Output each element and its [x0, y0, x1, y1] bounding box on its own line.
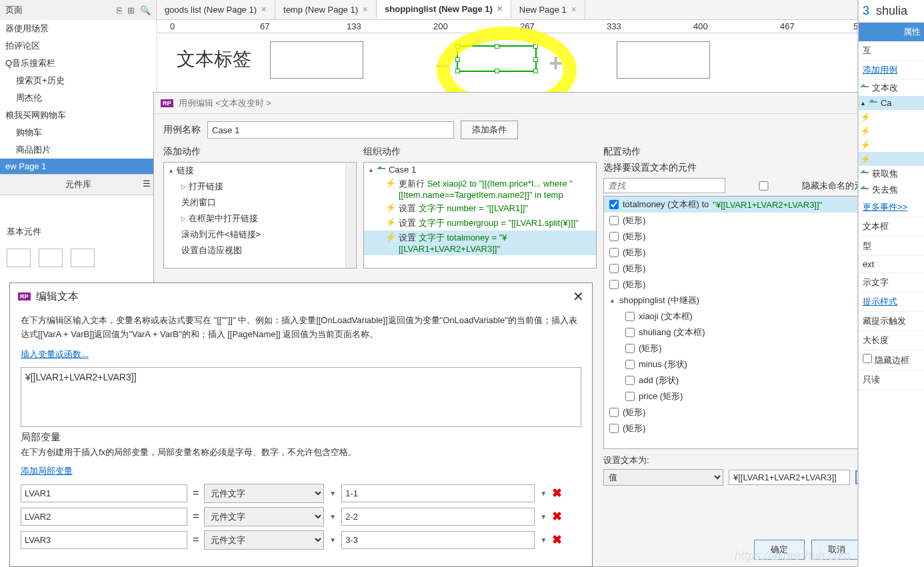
hide-border-checkbox[interactable]: [863, 354, 872, 363]
action-scroll[interactable]: 滚动到元件<锚链接>: [164, 227, 356, 243]
add-condition-button[interactable]: 添加条件: [461, 121, 518, 139]
case-action-selected[interactable]: ⚡设置 文字于 totalmoney = "¥[[LVAR1+LVAR2+LVA…: [364, 231, 596, 255]
text-label-widget[interactable]: 文本标签: [177, 47, 251, 72]
tree-item[interactable]: Q音乐搜索栏: [0, 55, 156, 72]
delete-icon[interactable]: ✖: [552, 532, 562, 547]
textbox-widget[interactable]: [270, 41, 363, 79]
widget-list[interactable]: totalmoney (文本框) to "¥[[LVAR1+LVAR2+LVAR…: [603, 196, 871, 449]
type-value[interactable]: ext: [859, 256, 924, 273]
case-name-input[interactable]: [207, 121, 454, 139]
widget-row[interactable]: (矩形): [604, 420, 871, 436]
widget-row[interactable]: (矩形): [604, 213, 871, 229]
close-icon[interactable]: ✕: [497, 5, 503, 13]
set-text-type-select[interactable]: 值: [603, 469, 723, 486]
widget-checkbox[interactable]: [609, 216, 619, 225]
close-icon[interactable]: ✕: [573, 288, 584, 304]
actions-tree[interactable]: ▲链接 ▷打开链接 关闭窗口 ▷在框架中打开链接 滚动到元件<锚链接> 设置自适…: [163, 162, 357, 269]
case-action[interactable]: ⚡更新行 Set xiaoji2 to "[[(Item.price*I... …: [364, 177, 596, 201]
tree-item[interactable]: 商品图片: [0, 141, 156, 159]
action-item-selected[interactable]: ⚡: [859, 152, 924, 166]
canvas[interactable]: 0 67 133 200 267 333 400 467 5 文本标签 − +: [157, 20, 857, 93]
expression-textarea[interactable]: ¥[[LVAR1+LVAR2+LVAR3]]: [21, 367, 581, 427]
tree-item[interactable]: 购物车: [0, 124, 156, 141]
action-item[interactable]: ⚡: [859, 138, 924, 152]
widget-checkbox[interactable]: [625, 328, 635, 337]
add-case-link[interactable]: 添加用例: [863, 65, 897, 75]
action-open-in-frame[interactable]: ▷在框架中打开链接: [164, 211, 356, 227]
tab-new-page[interactable]: New Page 1✕: [511, 0, 585, 19]
var-type-select[interactable]: 元件文字: [204, 507, 324, 526]
widget-checkbox[interactable]: [625, 376, 635, 385]
var-target-input[interactable]: [341, 531, 535, 549]
canvas-area[interactable]: 文本标签 − +: [157, 33, 857, 93]
textbox-widget[interactable]: [617, 41, 710, 79]
selected-widget[interactable]: [457, 45, 537, 72]
widget-row[interactable]: (矩形): [604, 404, 871, 420]
widget-checkbox[interactable]: [609, 200, 619, 209]
close-icon[interactable]: ✕: [362, 5, 368, 14]
tree-item[interactable]: 周杰伦: [0, 89, 156, 107]
widget-row[interactable]: add (形状): [604, 372, 871, 388]
more-events-link[interactable]: 更多事件>>: [863, 202, 907, 212]
var-target-input[interactable]: [341, 508, 535, 526]
event-lose-focus[interactable]: 失去焦: [859, 182, 924, 198]
case-item[interactable]: ▲Ca: [859, 96, 924, 110]
widget-row[interactable]: (矩形): [604, 340, 871, 356]
widget-row[interactable]: minus (形状): [604, 356, 871, 372]
shape-widget[interactable]: [7, 249, 31, 267]
close-icon[interactable]: ✕: [571, 5, 577, 14]
hide-unnamed-checkbox[interactable]: [731, 181, 797, 191]
add-local-var-link[interactable]: 添加局部变量: [10, 462, 83, 480]
add-folder-icon[interactable]: ⊞: [127, 5, 135, 15]
action-open-link[interactable]: ▷打开链接: [164, 179, 356, 195]
search-icon[interactable]: 🔍: [140, 5, 151, 15]
widget-row-selected[interactable]: totalmoney (文本框) to "¥[[LVAR1+LVAR2+LVAR…: [604, 197, 871, 213]
widget-checkbox[interactable]: [625, 360, 635, 369]
var-type-select[interactable]: 元件文字: [204, 484, 324, 503]
tab-temp[interactable]: temp (New Page 1)✕: [275, 0, 377, 19]
widget-checkbox[interactable]: [609, 232, 619, 241]
tree-item[interactable]: 粮我买网购物车: [0, 107, 156, 124]
widget-row[interactable]: price (矩形): [604, 388, 871, 404]
widget-row[interactable]: (矩形): [604, 261, 871, 277]
tip-style-link[interactable]: 提示样式: [863, 296, 897, 306]
library-menu-icon[interactable]: ☰: [143, 179, 151, 189]
event-text-change[interactable]: 文本改: [859, 80, 924, 96]
case-action[interactable]: ⚡设置 文字于 numbergroup = "[[LVAR1.split(¥)]…: [364, 216, 596, 231]
action-close-window[interactable]: 关闭窗口: [164, 195, 356, 211]
ok-button[interactable]: 确定: [754, 540, 805, 560]
shape-widget[interactable]: [39, 249, 63, 267]
widget-checkbox[interactable]: [625, 312, 635, 321]
widget-checkbox[interactable]: [609, 248, 619, 257]
tab-goods-list[interactable]: goods list (New Page 1)✕: [157, 0, 275, 19]
cancel-button[interactable]: 取消: [811, 540, 862, 560]
tree-item[interactable]: 搜索页+历史: [0, 72, 156, 89]
tree-item-active[interactable]: ew Page 1: [0, 159, 156, 174]
widget-row-parent[interactable]: ▲shoppinglist (中继器): [604, 292, 871, 308]
case-action[interactable]: ⚡设置 文字于 number = "[[LVAR1]]": [364, 201, 596, 216]
insert-variable-link[interactable]: 插入变量或函数...: [10, 346, 99, 363]
delete-icon[interactable]: ✖: [552, 486, 562, 500]
widget-row[interactable]: xiaoji (文本框): [604, 308, 871, 324]
search-input[interactable]: [603, 178, 725, 193]
widget-row[interactable]: (矩形): [604, 229, 871, 245]
widget-checkbox[interactable]: [609, 264, 619, 273]
add-page-icon[interactable]: ⎘: [117, 5, 122, 15]
tree-item[interactable]: 器使用场景: [0, 20, 156, 37]
properties-tab[interactable]: 属性: [859, 23, 924, 41]
var-type-select[interactable]: 元件文字: [204, 530, 324, 550]
widget-checkbox[interactable]: [625, 344, 635, 353]
case-tree[interactable]: ▲Case 1 ⚡更新行 Set xiaoji2 to "[[(Item.pri…: [363, 162, 597, 269]
delete-icon[interactable]: ✖: [552, 509, 562, 524]
scrollbar[interactable]: [345, 163, 356, 268]
action-item[interactable]: ⚡: [859, 124, 924, 138]
action-adaptive[interactable]: 设置自适应视图: [164, 243, 356, 259]
var-name-input[interactable]: [21, 531, 187, 549]
shape-widget[interactable]: [71, 249, 95, 267]
widget-row[interactable]: shuliang (文本框): [604, 324, 871, 340]
tree-item[interactable]: 拍评论区: [0, 37, 156, 55]
close-icon[interactable]: ✕: [261, 5, 267, 14]
var-name-input[interactable]: [21, 508, 187, 526]
var-name-input[interactable]: [21, 484, 187, 502]
widget-checkbox[interactable]: [609, 408, 619, 417]
